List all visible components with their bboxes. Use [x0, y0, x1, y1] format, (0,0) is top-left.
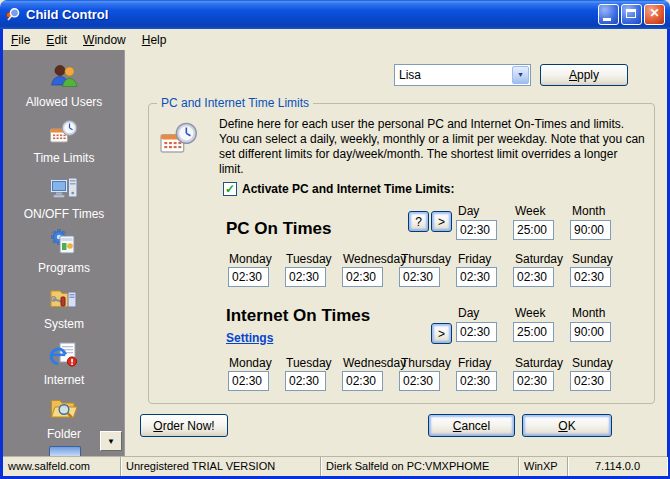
- internet-week-field[interactable]: [513, 322, 554, 342]
- pc-help-button[interactable]: ?: [408, 211, 429, 232]
- minimize-button[interactable]: [598, 4, 619, 25]
- internet-monday-label: Monday: [229, 356, 272, 370]
- pc-thursday-label: Thursday: [401, 252, 451, 266]
- title-bar[interactable]: Child Control ✕: [0, 0, 670, 29]
- pc-saturday-field[interactable]: [513, 267, 554, 287]
- internet-day-label: Day: [458, 306, 479, 320]
- scroll-down-icon: ▼: [107, 437, 115, 446]
- internet-thursday-field[interactable]: [399, 371, 440, 391]
- internet-detail-button[interactable]: >: [431, 323, 452, 344]
- internet-sunday-field[interactable]: [570, 371, 611, 391]
- status-os: WinXP: [519, 457, 568, 476]
- internet-wednesday-label: Wednesday: [343, 356, 406, 370]
- computer-icon: [49, 174, 79, 204]
- close-icon: ✕: [645, 6, 664, 20]
- pc-sunday-field[interactable]: [570, 267, 611, 287]
- apply-button[interactable]: Apply: [540, 64, 628, 86]
- sidebar-item-allowed-users[interactable]: Allowed Users: [3, 62, 125, 109]
- sidebar-scroll-down-button[interactable]: ▼: [100, 431, 122, 451]
- pc-saturday-label: Saturday: [515, 252, 563, 266]
- sidebar-item-label: Time Limits: [3, 151, 125, 165]
- sidebar-item-label: Allowed Users: [3, 95, 125, 109]
- pc-thursday-field[interactable]: [399, 267, 440, 287]
- pc-on-times-heading: PC On Times: [226, 219, 332, 239]
- pc-tuesday-field[interactable]: [285, 267, 326, 287]
- menu-edit[interactable]: Edit: [38, 31, 75, 49]
- ok-button[interactable]: OK: [522, 414, 612, 437]
- internet-on-times-heading: Internet On Times: [226, 306, 370, 326]
- internet-tuesday-field[interactable]: [285, 371, 326, 391]
- sidebar: Allowed Users Time Limits: [3, 50, 125, 456]
- calendar-clock-icon: [159, 120, 199, 160]
- order-now-button[interactable]: Order Now!: [140, 414, 228, 437]
- checkbox-checked-icon: ✓: [224, 183, 236, 195]
- status-bar: www.salfeld.com Unregistered TRIAL VERSI…: [3, 456, 667, 476]
- pc-detail-button[interactable]: >: [431, 211, 452, 232]
- child-control-window: Child Control ✕ File Edit Window Help Al…: [0, 0, 670, 479]
- maximize-button[interactable]: [621, 4, 642, 25]
- sidebar-item-label: Programs: [3, 261, 125, 275]
- internet-wednesday-field[interactable]: [342, 371, 383, 391]
- sidebar-item-label: System: [3, 317, 125, 331]
- internet-saturday-field[interactable]: [513, 371, 554, 391]
- pc-monday-label: Monday: [229, 252, 272, 266]
- pc-monday-field[interactable]: [228, 267, 269, 287]
- sidebar-item-system[interactable]: System: [3, 284, 125, 331]
- menu-window[interactable]: Window: [75, 31, 134, 49]
- status-version: 7.114.0.0: [568, 457, 667, 476]
- internet-thursday-label: Thursday: [401, 356, 451, 370]
- internet-friday-field[interactable]: [456, 371, 497, 391]
- time-limits-groupbox: PC and Internet Time Limits Define here …: [148, 103, 655, 404]
- internet-day-field[interactable]: [456, 322, 497, 342]
- status-website: www.salfeld.com: [3, 457, 121, 476]
- sidebar-item-time-limits[interactable]: Time Limits: [3, 118, 125, 165]
- internet-page-icon: [49, 340, 79, 370]
- pc-tuesday-label: Tuesday: [286, 252, 332, 266]
- groupbox-title: PC and Internet Time Limits: [157, 96, 313, 110]
- sidebar-item-internet[interactable]: Internet: [3, 340, 125, 387]
- activate-checkbox-label: Activate PC and Internet Time Limits:: [242, 182, 455, 196]
- menu-help[interactable]: Help: [134, 31, 175, 49]
- sidebar-item-label: ON/OFF Times: [3, 207, 125, 221]
- description-text: Define here for each user the personal P…: [219, 117, 645, 177]
- pc-day-label: Day: [458, 204, 479, 218]
- menu-file[interactable]: File: [3, 31, 38, 49]
- pc-wednesday-label: Wednesday: [343, 252, 406, 266]
- menu-bar: File Edit Window Help: [3, 29, 667, 50]
- pc-month-label: Month: [572, 204, 605, 218]
- internet-sunday-label: Sunday: [572, 356, 613, 370]
- internet-friday-label: Friday: [458, 356, 491, 370]
- pc-sunday-label: Sunday: [572, 252, 613, 266]
- pc-day-field[interactable]: [456, 220, 497, 240]
- internet-settings-link[interactable]: Settings: [226, 331, 273, 345]
- internet-month-field[interactable]: [570, 322, 611, 342]
- status-license: Unregistered TRIAL VERSION: [121, 457, 321, 476]
- app-magnifier-icon: [5, 7, 21, 23]
- user-select[interactable]: Lisa ▼: [394, 64, 531, 86]
- maximize-icon: [626, 9, 636, 18]
- pc-week-field[interactable]: [513, 220, 554, 240]
- gear-app-icon: [49, 228, 79, 258]
- chevron-down-icon[interactable]: ▼: [512, 66, 529, 84]
- pc-friday-field[interactable]: [456, 267, 497, 287]
- system-folder-icon: [49, 284, 79, 314]
- sidebar-item-programs[interactable]: Programs: [3, 228, 125, 275]
- window-title: Child Control: [26, 7, 596, 22]
- close-button[interactable]: ✕: [644, 4, 665, 25]
- internet-month-label: Month: [572, 306, 605, 320]
- folder-search-icon: [49, 394, 79, 424]
- minimize-icon: [603, 18, 611, 21]
- internet-saturday-label: Saturday: [515, 356, 563, 370]
- users-icon: [49, 62, 79, 92]
- pc-friday-label: Friday: [458, 252, 491, 266]
- internet-tuesday-label: Tuesday: [286, 356, 332, 370]
- activate-checkbox[interactable]: ✓: [223, 182, 237, 196]
- sidebar-item-label: Internet: [3, 373, 125, 387]
- pc-week-label: Week: [515, 204, 545, 218]
- cancel-button[interactable]: Cancel: [428, 414, 515, 437]
- status-user-pc: Dierk Salfeld on PC:VMXPHOME: [321, 457, 519, 476]
- pc-wednesday-field[interactable]: [342, 267, 383, 287]
- sidebar-item-onoff-times[interactable]: ON/OFF Times: [3, 174, 125, 221]
- pc-month-field[interactable]: [570, 220, 611, 240]
- internet-monday-field[interactable]: [228, 371, 269, 391]
